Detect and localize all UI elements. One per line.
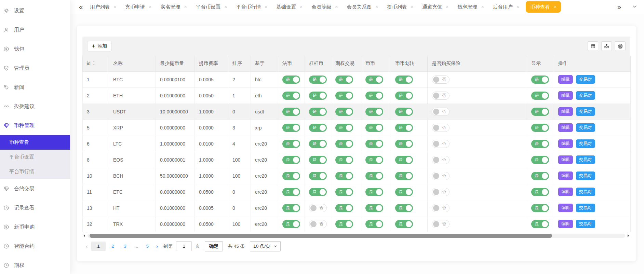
insurance-toggle[interactable]: 否	[432, 156, 450, 164]
tab-item[interactable]: 会员关系图×	[342, 0, 383, 14]
scroll-left-icon[interactable]	[82, 234, 86, 238]
close-tab-icon[interactable]: ×	[265, 4, 267, 9]
edit-button[interactable]: 编辑	[558, 188, 573, 196]
close-tab-icon[interactable]: ×	[224, 4, 227, 9]
sidebar-subitem-platform-coin-market[interactable]: 平台币行情	[0, 164, 70, 179]
page-number[interactable]: 1	[91, 242, 106, 251]
coin-toggle[interactable]: 是	[365, 140, 383, 148]
show-toggle[interactable]: 是	[531, 220, 549, 228]
insurance-toggle[interactable]: 否	[432, 172, 450, 180]
print-button[interactable]	[615, 41, 626, 51]
option-toggle[interactable]: 是	[335, 188, 353, 196]
insurance-toggle[interactable]: 否	[432, 92, 450, 100]
show-toggle[interactable]: 是	[531, 76, 549, 84]
edit-button[interactable]: 编辑	[558, 107, 573, 116]
coin-toggle[interactable]: 是	[365, 124, 383, 132]
show-toggle[interactable]: 是	[531, 188, 549, 196]
tab-item[interactable]: 通道充值×	[418, 0, 453, 14]
coin-toggle[interactable]: 是	[365, 76, 383, 84]
close-tab-icon[interactable]: ×	[300, 4, 303, 9]
page-number[interactable]: 5	[142, 242, 152, 251]
scrollbar-track[interactable]	[88, 234, 625, 238]
trading-pair-button[interactable]: 交易对	[576, 75, 595, 84]
transfer-toggle[interactable]: 是	[395, 172, 413, 180]
trading-pair-button[interactable]: 交易对	[576, 220, 595, 228]
expand-tabs-icon[interactable]: »	[617, 3, 621, 10]
collapse-tabs-icon[interactable]: «	[79, 3, 83, 10]
tab-item[interactable]: 实名管理×	[156, 0, 191, 14]
page-number[interactable]: 3	[120, 242, 130, 251]
trading-pair-button[interactable]: 交易对	[576, 172, 595, 180]
transfer-toggle[interactable]: 是	[395, 124, 413, 132]
page-size-select[interactable]: 10 条/页	[250, 241, 281, 251]
sidebar-subitem-coin-view[interactable]: 币种查看	[0, 135, 70, 150]
lever-toggle[interactable]: 是	[309, 188, 327, 196]
fiat-toggle[interactable]: 是	[282, 108, 300, 116]
option-toggle[interactable]: 是	[335, 220, 353, 228]
insurance-toggle[interactable]: 否	[432, 76, 450, 84]
sidebar-item-users[interactable]: 用户	[0, 20, 70, 39]
lever-toggle[interactable]: 否	[309, 204, 327, 212]
edit-button[interactable]: 编辑	[558, 172, 573, 180]
page-number[interactable]: 2	[108, 242, 118, 251]
add-button[interactable]: + 添加	[87, 41, 112, 51]
tab-item[interactable]: 平台币设置×	[191, 0, 232, 14]
transfer-toggle[interactable]: 是	[395, 92, 413, 100]
lever-toggle[interactable]: 是	[309, 156, 327, 164]
trading-pair-button[interactable]: 交易对	[576, 204, 595, 212]
trading-pair-button[interactable]: 交易对	[576, 155, 595, 164]
lever-toggle[interactable]: 是	[309, 92, 327, 100]
trading-pair-button[interactable]: 交易对	[576, 107, 595, 116]
close-tab-icon[interactable]: ×	[375, 4, 378, 9]
transfer-toggle[interactable]: 是	[395, 76, 413, 84]
insurance-toggle[interactable]: 否	[432, 124, 450, 132]
coin-toggle[interactable]: 是	[365, 188, 383, 196]
coin-toggle[interactable]: 是	[365, 220, 383, 228]
fiat-toggle[interactable]: 是	[282, 76, 300, 84]
sidebar-item-settings[interactable]: 设置	[0, 1, 70, 20]
tab-item[interactable]: 钱包管理×	[453, 0, 488, 14]
coin-toggle[interactable]: 是	[365, 172, 383, 180]
insurance-toggle[interactable]: 否	[432, 220, 450, 228]
close-tab-icon[interactable]: ×	[554, 4, 556, 9]
trading-pair-button[interactable]: 交易对	[576, 188, 595, 196]
option-toggle[interactable]: 是	[335, 204, 353, 212]
close-tab-icon[interactable]: ×	[411, 4, 413, 9]
fiat-toggle[interactable]: 是	[282, 140, 300, 148]
sidebar-item-admin[interactable]: 管理员	[0, 58, 70, 78]
show-toggle[interactable]: 是	[531, 172, 549, 180]
edit-button[interactable]: 编辑	[558, 139, 573, 148]
coin-toggle[interactable]: 是	[365, 204, 383, 212]
option-toggle[interactable]: 是	[335, 76, 353, 84]
insurance-toggle[interactable]: 否	[432, 204, 450, 212]
show-toggle[interactable]: 是	[531, 108, 549, 116]
fiat-toggle[interactable]: 是	[282, 204, 300, 212]
coin-toggle[interactable]: 是	[365, 156, 383, 164]
lever-toggle[interactable]: 是	[309, 124, 327, 132]
option-toggle[interactable]: 是	[335, 156, 353, 164]
fiat-toggle[interactable]: 是	[282, 156, 300, 164]
tab-item[interactable]: 提币列表×	[383, 0, 418, 14]
tab-item[interactable]: 用户列表×	[85, 0, 121, 14]
edit-button[interactable]: 编辑	[558, 220, 573, 228]
lever-toggle[interactable]: 是	[309, 108, 327, 116]
transfer-toggle[interactable]: 是	[395, 140, 413, 148]
export-button[interactable]	[601, 41, 612, 51]
confirm-button[interactable]: 确定	[205, 241, 223, 251]
sidebar-item-options[interactable]: 期权	[0, 256, 70, 274]
fiat-toggle[interactable]: 是	[282, 124, 300, 132]
edit-button[interactable]: 编辑	[558, 91, 573, 100]
option-toggle[interactable]: 是	[335, 172, 353, 180]
sort-icon[interactable]	[92, 60, 96, 67]
fiat-toggle[interactable]: 是	[282, 220, 300, 228]
show-toggle[interactable]: 是	[531, 124, 549, 132]
sidebar-item-feedback[interactable]: 投拆建议	[0, 97, 70, 116]
next-page-icon[interactable]: ›	[152, 243, 161, 249]
edit-button[interactable]: 编辑	[558, 204, 573, 212]
fiat-toggle[interactable]: 是	[282, 172, 300, 180]
lever-toggle[interactable]: 是	[309, 172, 327, 180]
sidebar-item-contract-trade[interactable]: 合约交易	[0, 179, 70, 198]
trading-pair-button[interactable]: 交易对	[576, 123, 595, 132]
horizontal-scrollbar[interactable]	[82, 233, 630, 238]
coin-toggle[interactable]: 是	[365, 92, 383, 100]
